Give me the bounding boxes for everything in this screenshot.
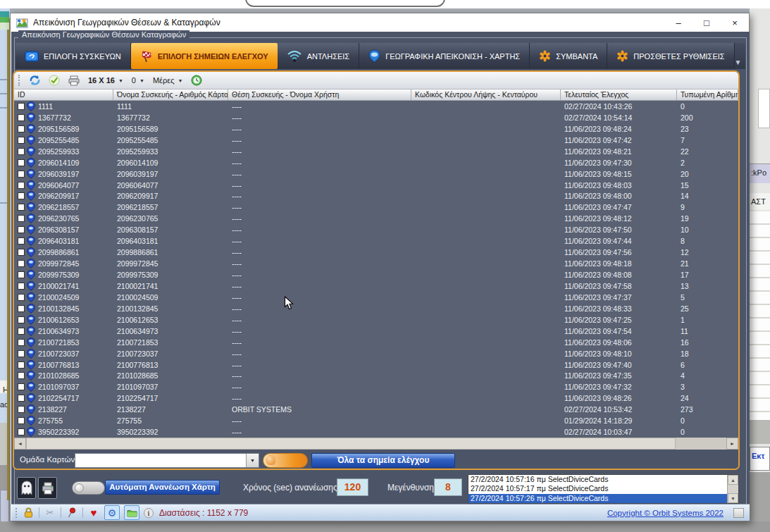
tab-extra-settings[interactable]: ΠΡΟΣΘΕΤΕΣ ΡΥΘΜΙΣΕΙΣ: [607, 43, 734, 69]
table-row[interactable]: 13677732 13677732 ---- 02/27/2024 10:54:…: [14, 112, 738, 123]
refresh-button[interactable]: [27, 73, 42, 87]
print-button[interactable]: [67, 73, 81, 87]
ghost-mode-button[interactable]: [17, 477, 36, 499]
table-row[interactable]: 2100721853 2100721853 ---- 11/06/2023 09…: [14, 337, 738, 348]
row-checkbox[interactable]: [18, 215, 25, 222]
scroll-down-button[interactable]: ▼: [728, 493, 738, 503]
tab-device-selection[interactable]: ΕΠΙΛΟΓΗ ΣΥΣΚΕΥΩΝ: [15, 43, 131, 69]
table-row[interactable]: 2100723037 2100723037 ---- 11/06/2023 09…: [14, 348, 738, 359]
table-row[interactable]: 2099886861 2099886861 ---- 11/06/2023 09…: [14, 247, 738, 258]
horizontal-scrollbar[interactable]: ◄ ►: [14, 438, 738, 450]
row-checkbox[interactable]: [18, 372, 25, 379]
all-points-toggle[interactable]: [263, 453, 308, 468]
card-group-combobox[interactable]: ▼: [75, 453, 259, 468]
pin-button[interactable]: [66, 507, 78, 519]
favorites-button[interactable]: ♥: [87, 507, 100, 519]
table-row[interactable]: 2100021741 2100021741 ---- 11/06/2023 09…: [14, 280, 738, 292]
table-row[interactable]: 2095156589 2095156589 ---- 11/06/2023 09…: [14, 123, 738, 135]
history-button[interactable]: [190, 73, 204, 87]
table-row[interactable]: 275755 275755 ---- 01/29/2024 14:18:29 0: [14, 415, 738, 426]
table-row[interactable]: 2096064077 2096064077 ---- 11/06/2023 09…: [14, 180, 738, 191]
all-points-button[interactable]: Όλα τα σημεία ελέγχου: [311, 453, 455, 468]
row-checkbox[interactable]: [18, 339, 25, 346]
row-checkbox[interactable]: [18, 406, 25, 413]
maximize-button[interactable]: □: [693, 13, 721, 32]
row-checkbox[interactable]: [18, 237, 25, 245]
scroll-left-button[interactable]: ◄: [14, 438, 26, 450]
settings-button[interactable]: ⚙: [104, 505, 120, 520]
table-row[interactable]: 2100634973 2100634973 ---- 11/06/2023 09…: [14, 326, 738, 337]
column-header-center-code[interactable]: Κωδικός Κέντρου Λήψης - Κενταύρου: [411, 89, 561, 100]
tab-map-view[interactable]: ΓΕΩΓΡΑΦΙΚΗ ΑΠΕΙΚΟΝΙΣΗ - ΧΑΡΤΗΣ: [359, 43, 530, 69]
row-checkbox[interactable]: [18, 249, 25, 256]
row-checkbox[interactable]: [18, 294, 25, 301]
log-entry[interactable]: 27/2/2024 10:57:16 πμ SelectDiviceCards: [468, 475, 727, 484]
table-row[interactable]: 2096230765 2096230765 ---- 11/06/2023 09…: [14, 213, 738, 224]
row-checkbox[interactable]: [18, 395, 25, 402]
row-checkbox[interactable]: [18, 148, 25, 155]
row-checkbox[interactable]: [18, 137, 25, 144]
table-row[interactable]: 2102254717 2102254717 ---- 11/06/2023 09…: [14, 392, 738, 404]
lock-button[interactable]: [22, 507, 35, 519]
table-row[interactable]: 2099972845 2099972845 ---- 11/06/2023 09…: [14, 258, 738, 269]
log-listbox[interactable]: 27/2/2024 10:57:16 πμ SelectDiviceCards2…: [468, 474, 739, 504]
row-checkbox[interactable]: [18, 328, 25, 335]
table-row[interactable]: 3950223392 3950223392 ---- 02/27/2024 10…: [14, 426, 738, 438]
table-row[interactable]: 2100612653 2100612653 ---- 11/06/2023 09…: [14, 314, 738, 326]
log-entry[interactable]: 27/2/2024 10:57:17 πμ SelectDiviceCards: [468, 484, 727, 493]
close-button[interactable]: ×: [721, 13, 749, 32]
row-checkbox[interactable]: [18, 260, 25, 267]
scrollbar-thumb[interactable]: [26, 438, 676, 450]
column-header-location[interactable]: Θέση Συσκευής - Όνομα Χρήστη: [228, 89, 411, 100]
period-dropdown[interactable]: Μέρες ▼: [151, 76, 184, 85]
copyright-link[interactable]: Copyright © Orbit Systems 2022: [607, 509, 724, 517]
row-checkbox[interactable]: [18, 114, 25, 121]
row-checkbox[interactable]: [18, 283, 25, 290]
auto-refresh-button[interactable]: Αυτόματη Ανανέωση Χάρτη: [105, 480, 220, 495]
counter-dropdown[interactable]: 0 ▼: [130, 76, 146, 85]
row-checkbox[interactable]: [18, 103, 25, 110]
table-row[interactable]: 2096403181 2096403181 ---- 11/06/2023 09…: [14, 235, 738, 247]
row-checkbox[interactable]: [18, 226, 25, 233]
print-map-button[interactable]: [38, 477, 57, 499]
table-row[interactable]: 2096308157 2096308157 ---- 11/06/2023 09…: [14, 224, 738, 235]
table-row[interactable]: 2095259933 2095259933 ---- 11/06/2023 09…: [14, 146, 738, 157]
row-checkbox[interactable]: [18, 428, 25, 435]
row-checkbox[interactable]: [18, 271, 25, 278]
chevron-down-icon[interactable]: ▼: [246, 454, 259, 467]
minimize-button[interactable]: –: [664, 13, 693, 32]
column-header-device-name[interactable]: Όνομα Συσκευής - Αριθμός Κάρτας: [113, 89, 228, 100]
table-row[interactable]: 2096218557 2096218557 ---- 11/06/2023 09…: [14, 202, 738, 213]
column-header-last-check[interactable]: Τελευταίος Έλεγχος: [561, 89, 677, 100]
table-row[interactable]: 2101097037 2101097037 ---- 11/06/2023 09…: [14, 381, 738, 392]
row-checkbox[interactable]: [18, 350, 25, 357]
row-checkbox[interactable]: [18, 182, 25, 189]
scrollbar-track[interactable]: [677, 438, 726, 450]
refresh-time-field[interactable]: 120: [337, 478, 368, 496]
tab-events[interactable]: ΣΥΜΒΑΝΤΑ: [530, 43, 607, 69]
grid-size-dropdown[interactable]: 16 X 16 ▼: [87, 76, 125, 85]
row-checkbox[interactable]: [18, 192, 25, 199]
row-checkbox[interactable]: [18, 305, 25, 312]
table-row[interactable]: 2096039197 2096039197 ---- 11/06/2023 09…: [14, 168, 738, 180]
cut-button[interactable]: ✂: [44, 507, 56, 519]
row-checkbox[interactable]: [18, 316, 25, 323]
tab-overflow-arrow[interactable]: ▼: [735, 58, 747, 69]
row-checkbox[interactable]: [18, 125, 25, 132]
table-row[interactable]: 2095255485 2095255485 ---- 11/06/2023 09…: [14, 135, 738, 146]
table-row[interactable]: 2101028685 2101028685 ---- 11/06/2023 09…: [14, 371, 738, 382]
table-row[interactable]: 2100024509 2100024509 ---- 11/06/2023 09…: [14, 292, 738, 303]
row-checkbox[interactable]: [18, 361, 25, 369]
row-checkbox[interactable]: [18, 159, 25, 166]
folder-button[interactable]: [124, 505, 139, 520]
table-row[interactable]: 2100776813 2100776813 ---- 11/06/2023 09…: [14, 359, 738, 371]
table-row[interactable]: 1111 1111 ---- 02/27/2024 10:43:26 0: [14, 101, 738, 112]
row-checkbox[interactable]: [18, 204, 25, 211]
row-checkbox[interactable]: [18, 417, 25, 424]
table-row[interactable]: 2100132845 2100132845 ---- 11/06/2023 09…: [14, 303, 738, 314]
column-header-printed-number[interactable]: Τυπωμένη Αρίθμηση: [677, 89, 738, 100]
scroll-up-button[interactable]: ▲: [728, 475, 738, 485]
title-bar[interactable]: Απεικόνιση Γεωγραφικών Θέσεων & Καταγραφ…: [11, 13, 749, 32]
row-checkbox[interactable]: [18, 383, 25, 390]
log-entry[interactable]: 27/2/2024 10:57:26 πμ SelectDiviceCards: [468, 494, 727, 503]
